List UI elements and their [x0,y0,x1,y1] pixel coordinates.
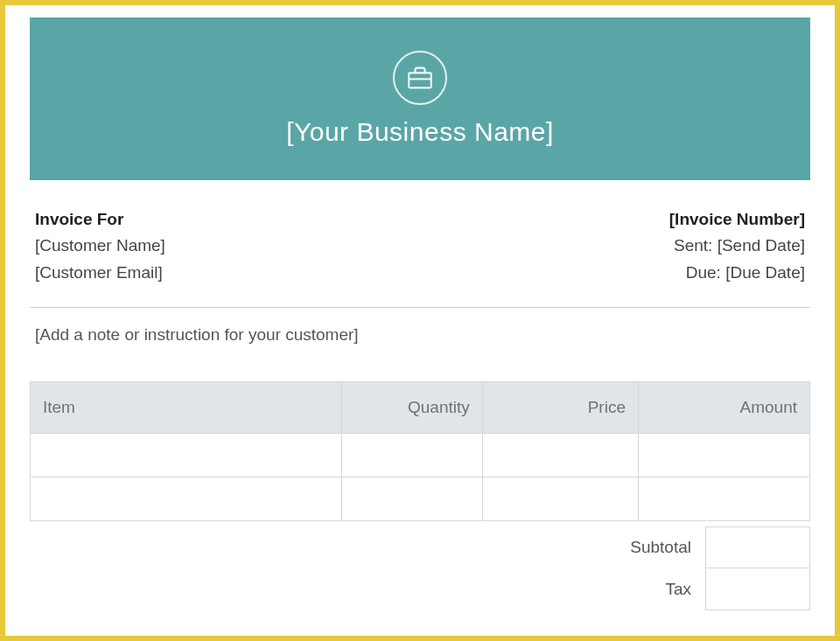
invoice-details: [Invoice Number] Sent: [Send Date] Due: … [669,206,805,286]
cell-amount[interactable] [638,477,809,521]
business-name[interactable]: [Your Business Name] [286,117,554,147]
tax-row: Tax [548,568,810,610]
line-items-table: Item Quantity Price Amount [30,381,810,521]
subtotal-label: Subtotal [548,538,705,557]
banner: [Your Business Name] [30,17,810,180]
sent-date[interactable]: [Send Date] [718,236,805,254]
sent-label: Sent: [674,236,712,254]
cell-price[interactable] [482,434,638,477]
cell-amount[interactable] [638,434,809,477]
col-price: Price [482,382,638,434]
subtotal-value[interactable] [705,526,810,568]
table-header-row: Item Quantity Price Amount [31,382,810,434]
sent-row: Sent: [Send Date] [669,233,805,259]
table-row[interactable] [31,434,810,477]
tax-value[interactable] [705,568,810,610]
bill-to: Invoice For [Customer Name] [Customer Em… [35,206,165,286]
invoice-template: [Your Business Name] Invoice For [Custom… [5,5,835,636]
subtotal-row: Subtotal [548,526,810,568]
customer-note[interactable]: [Add a note or instruction for your cust… [30,308,810,345]
invoice-number[interactable]: [Invoice Number] [669,206,805,233]
due-date[interactable]: [Due Date] [725,263,805,282]
cell-item[interactable] [31,477,342,521]
col-amount: Amount [638,382,809,434]
cell-item[interactable] [31,434,342,477]
totals: Subtotal Tax [30,526,810,610]
cell-price[interactable] [482,477,638,521]
cell-quantity[interactable] [342,477,482,521]
col-item: Item [31,382,342,434]
cell-quantity[interactable] [342,434,482,477]
briefcase-icon [393,51,447,105]
line-items-section: Item Quantity Price Amount [30,381,810,610]
customer-email[interactable]: [Customer Email] [35,260,165,286]
col-quantity: Quantity [342,382,482,434]
svg-rect-0 [409,73,431,87]
table-row[interactable] [31,477,810,521]
tax-label: Tax [548,580,705,599]
due-label: Due: [686,263,721,282]
invoice-for-label: Invoice For [35,206,165,233]
due-row: Due: [Due Date] [669,260,805,286]
invoice-meta: Invoice For [Customer Name] [Customer Em… [30,180,810,286]
customer-name[interactable]: [Customer Name] [35,233,165,259]
